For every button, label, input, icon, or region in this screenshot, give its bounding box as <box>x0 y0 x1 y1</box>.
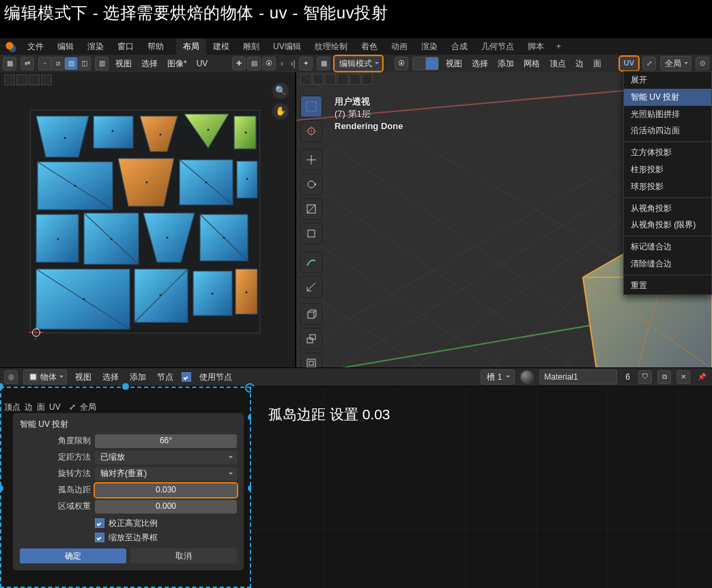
vp-menu-view[interactable]: 视图 <box>443 58 465 70</box>
uv-sync-icon[interactable]: ⇄ <box>20 57 34 70</box>
rotate-method-dropdown[interactable]: 轴对齐(垂直) <box>95 467 237 481</box>
correct-aspect-checkbox[interactable] <box>95 518 104 528</box>
area-weight-field[interactable]: 0.000 <box>95 500 237 514</box>
tab-animation[interactable]: 动画 <box>384 38 414 55</box>
tab-rendering[interactable]: 渲染 <box>414 38 444 55</box>
uv-menu-item[interactable]: 立方体投影 <box>624 144 711 161</box>
select-mode[interactable] <box>412 57 439 70</box>
unlink-icon[interactable]: ✕ <box>677 370 690 384</box>
menu-edit[interactable]: 编辑 <box>51 38 81 55</box>
add-workspace-button[interactable]: + <box>551 38 567 55</box>
menu-help[interactable]: 帮助 <box>141 38 171 55</box>
tool-measure[interactable] <box>300 276 322 298</box>
cancel-button[interactable]: 取消 <box>130 548 237 563</box>
uv-menu-item[interactable]: 标记缝合边 <box>624 238 711 255</box>
tool-rotate[interactable] <box>300 173 322 195</box>
handle-tl[interactable] <box>0 383 3 390</box>
pivot-icon[interactable]: ⦿ <box>262 57 276 70</box>
uv-menu-item[interactable]: 柱形投影 <box>624 161 711 178</box>
uv-menu-item[interactable]: 重置 <box>624 277 711 294</box>
uv-menu-item[interactable]: 从视角投影 (限界) <box>624 216 711 234</box>
tab-texpaint[interactable]: 纹理绘制 <box>308 38 354 55</box>
transform-orientation-icon[interactable]: ⤢ <box>642 57 656 70</box>
node-menu-add[interactable]: 添加 <box>127 372 149 383</box>
editor-type-icon[interactable]: ▦ <box>3 57 16 70</box>
vp-menu-select[interactable]: 选择 <box>469 58 491 70</box>
vp-menu-face[interactable]: 面 <box>590 58 604 70</box>
node-menu-select[interactable]: 选择 <box>100 372 122 383</box>
uv-menu-item[interactable]: 光照贴图拼排 <box>624 106 711 123</box>
uv-dropdown-button[interactable]: UV <box>620 57 638 70</box>
pan-icon[interactable]: ✋ <box>272 102 289 120</box>
scale-bounds-checkbox[interactable] <box>95 533 104 542</box>
handle-ml[interactable] <box>0 485 3 492</box>
image-new-icon[interactable]: ✚ <box>232 57 246 70</box>
node-mode-dropdown[interactable]: 🔲 物体 <box>23 369 67 384</box>
material-slot-dropdown[interactable]: 槽 1 <box>481 369 515 384</box>
tool-annotate[interactable] <box>300 251 322 273</box>
vp-menu-add[interactable]: 添加 <box>495 58 517 70</box>
tool-scale[interactable] <box>300 198 322 220</box>
material-sphere-icon[interactable] <box>520 370 534 384</box>
vp-menu-mesh[interactable]: 网格 <box>521 58 543 70</box>
uv-menu-view[interactable]: 视图 <box>113 58 134 70</box>
tool-move[interactable] <box>300 149 322 171</box>
margin-method-dropdown[interactable]: 已缩放 <box>95 451 237 464</box>
orientation-dropdown[interactable]: 全局 <box>660 56 692 71</box>
tool-inset[interactable] <box>300 352 322 369</box>
mode-dropdown[interactable]: 编辑模式 <box>334 56 382 71</box>
image-browse-icon[interactable]: ▤ <box>247 57 261 70</box>
pin-icon[interactable]: 📌 <box>696 371 708 383</box>
uv-menu-select[interactable]: 选择 <box>139 58 160 70</box>
menu-render[interactable]: 渲染 <box>81 38 111 55</box>
ok-button[interactable]: 确定 <box>20 548 126 563</box>
uv-editor[interactable]: 🔍 ✋ <box>0 72 295 369</box>
editor-type-3d-icon[interactable]: ✦ <box>299 57 313 70</box>
uv-canvas[interactable] <box>30 110 260 333</box>
tool-select-box[interactable] <box>300 96 322 117</box>
node-menu-view[interactable]: 视图 <box>72 372 94 383</box>
chevron-left-icon[interactable]: ‹ <box>277 57 287 70</box>
uv-menu-item[interactable]: 清除缝合边 <box>624 255 711 272</box>
uv-menu-item[interactable]: 球形投影 <box>624 178 711 195</box>
uv-menu-item[interactable]: 展开 <box>624 72 711 89</box>
tool-addcube[interactable] <box>300 303 322 325</box>
node-menu-node[interactable]: 节点 <box>154 372 176 383</box>
use-nodes-checkbox[interactable] <box>182 372 191 382</box>
vp-menu-edge[interactable]: 边 <box>573 58 586 70</box>
uv-menu-item[interactable]: 智能 UV 投射 <box>624 89 711 106</box>
tool-extrude[interactable] <box>300 328 322 350</box>
menu-window[interactable]: 窗口 <box>111 38 141 55</box>
uv-menu-uv[interactable]: UV <box>194 58 211 70</box>
tab-uvediting[interactable]: UV编辑 <box>266 38 308 55</box>
uv-sticky-icon[interactable]: ▥ <box>95 57 109 70</box>
island-margin-field[interactable]: 0.030 <box>95 484 237 497</box>
uv-menu-image[interactable]: 图像* <box>165 58 190 70</box>
duplicate-icon[interactable]: ⧉ <box>657 370 671 384</box>
menu-file[interactable]: 文件 <box>20 38 51 55</box>
tab-modeling[interactable]: 建模 <box>206 38 236 55</box>
node-editor-type-icon[interactable]: ◎ <box>4 370 18 384</box>
handle-tc[interactable] <box>122 383 129 390</box>
vp-menu-vertex[interactable]: 顶点 <box>547 58 569 70</box>
tab-geonodes[interactable]: 几何节点 <box>474 38 521 55</box>
object-interaction-icon[interactable]: ▦ <box>317 57 330 70</box>
tab-compositing[interactable]: 合成 <box>444 38 474 55</box>
tab-layout[interactable]: 布局 <box>176 38 206 55</box>
shield-icon[interactable]: ⛉ <box>638 370 652 384</box>
tool-transform[interactable] <box>300 223 322 244</box>
tool-cursor[interactable] <box>300 120 322 142</box>
uv-menu-item[interactable]: 从视角投影 <box>624 200 711 217</box>
uv-display-channels[interactable] <box>4 74 52 85</box>
angle-limit-field[interactable]: 66° <box>95 434 237 448</box>
tab-scripting[interactable]: 脚本 <box>521 38 551 55</box>
uv-select-mode[interactable]: ▫ ⧄ ▧ ◫ <box>38 57 91 70</box>
orientation-icon[interactable]: ⦿ <box>395 57 408 70</box>
crop-mini-header: 顶点 边 面 UV ⤢ 全局 <box>4 400 247 414</box>
zoom-icon[interactable]: 🔍 <box>272 82 289 100</box>
uv-menu-item[interactable]: 沿活动四边面 <box>624 122 711 139</box>
tab-shading[interactable]: 着色 <box>354 38 384 55</box>
pivot-dropdown-icon[interactable]: ⊙ <box>696 57 709 70</box>
material-name-field[interactable]: Material1 <box>539 369 617 385</box>
tab-sculpt[interactable]: 雕刻 <box>236 38 266 55</box>
